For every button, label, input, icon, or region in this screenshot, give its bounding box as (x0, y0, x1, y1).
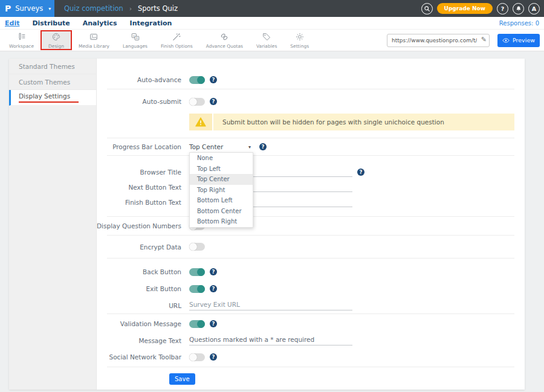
back-button-help-icon[interactable]: ? (210, 268, 217, 275)
preview-label: Preview (513, 37, 535, 43)
workspace-icon (17, 32, 27, 42)
validation-message-toggle[interactable] (189, 320, 205, 328)
finish-button-text-label: Finish Button Text (97, 199, 181, 207)
warning-triangle-icon (195, 117, 206, 127)
encrypt-data-toggle[interactable] (189, 243, 205, 251)
tab-design[interactable]: Design (40, 30, 72, 50)
survey-url-input[interactable] (387, 34, 490, 47)
design-panel: Standard Themes Custom Themes Display Se… (9, 59, 525, 390)
progress-bar-location-label: Progress Bar Location (97, 143, 181, 150)
exit-button-toggle[interactable] (189, 285, 205, 293)
tab-languages-label: Languages (123, 43, 147, 49)
exit-button-help-icon[interactable]: ? (210, 285, 217, 292)
dropdown-option-none[interactable]: None (190, 153, 253, 164)
tab-variables[interactable]: Variables (250, 30, 283, 50)
translate-icon: xA (131, 32, 140, 42)
divider (107, 89, 514, 89)
menu-integration[interactable]: Integration (130, 19, 172, 27)
magic-wand-icon (172, 32, 181, 42)
tab-advance-quotas[interactable]: Advance Quotas (199, 30, 250, 50)
validation-message-label: Validation Message (97, 320, 181, 327)
palette-icon (51, 32, 61, 42)
message-text-input[interactable] (189, 336, 352, 345)
divider (107, 367, 514, 367)
help-button[interactable]: ? (497, 3, 508, 14)
surveys-app-menu[interactable]: P Surveys ▾ (0, 0, 54, 17)
auto-advance-label: Auto-advance (97, 76, 181, 83)
dropdown-option-bottom-left[interactable]: Bottom Left (190, 195, 253, 206)
divider (107, 258, 514, 259)
validation-message-help-icon[interactable]: ? (210, 320, 217, 327)
svg-text:x: x (133, 33, 135, 37)
sidebar-item-label: Custom Themes (19, 79, 70, 86)
menu-analytics[interactable]: Analytics (83, 19, 117, 27)
sidebar-item-custom-themes[interactable]: Custom Themes (9, 74, 96, 90)
auto-advance-help-icon[interactable]: ? (210, 76, 217, 83)
warning-text: Submit button will be hidden for pages w… (213, 118, 444, 126)
menubar: Edit Distribute Analytics Integration Re… (0, 17, 544, 29)
image-icon (89, 32, 99, 42)
toolbar: Workspace Design Media Library xA Langua… (0, 29, 544, 51)
dropdown-option-top-center[interactable]: Top Center (190, 174, 253, 185)
app-menu-label: Surveys (15, 4, 43, 13)
eye-icon (502, 38, 510, 43)
tab-finish-options-label: Finish Options (161, 43, 193, 49)
sidebar-item-label: Standard Themes (19, 63, 75, 70)
chevron-down-icon: ▾ (48, 6, 51, 11)
social-network-toolbar-label: Social Network Toolbar (97, 353, 181, 361)
tab-settings[interactable]: Settings (283, 30, 316, 50)
display-question-numbers-label: Display Question Numbers (97, 222, 181, 230)
menu-distribute[interactable]: Distribute (32, 19, 70, 27)
back-button-label: Back Button (97, 268, 181, 275)
dropdown-option-bottom-center[interactable]: Bottom Center (190, 206, 253, 217)
chain-links-icon (219, 32, 229, 42)
avatar[interactable]: A (528, 3, 540, 14)
responses-count[interactable]: Responses: 0 (499, 20, 539, 27)
tab-languages[interactable]: xA Languages (116, 30, 154, 50)
exit-url-label: URL (97, 302, 181, 310)
search-icon (424, 5, 430, 12)
exit-url-input[interactable] (189, 301, 352, 310)
tab-workspace[interactable]: Workspace (2, 30, 40, 50)
tab-media-library-label: Media Library (79, 43, 109, 49)
browser-title-help-icon[interactable]: ? (357, 169, 364, 176)
design-sidebar: Standard Themes Custom Themes Display Se… (9, 59, 97, 390)
sidebar-item-display-settings[interactable]: Display Settings (9, 90, 96, 106)
auto-submit-toggle[interactable] (189, 98, 205, 106)
dropdown-option-top-right[interactable]: Top Right (190, 185, 253, 196)
sidebar-item-standard-themes[interactable]: Standard Themes (9, 59, 96, 74)
social-network-toolbar-help-icon[interactable]: ? (210, 353, 217, 361)
progress-bar-location-select[interactable]: Top Center ▾ (189, 143, 251, 150)
preview-button[interactable]: Preview (497, 34, 540, 47)
tab-settings-label: Settings (290, 43, 309, 49)
breadcrumb: Quiz competition › Sports Quiz (64, 4, 178, 13)
breadcrumb-parent[interactable]: Quiz competition (64, 4, 123, 13)
progress-bar-help-icon[interactable]: ? (259, 143, 267, 150)
encrypt-data-label: Encrypt Data (97, 243, 181, 251)
tab-design-label: Design (48, 43, 64, 49)
divider (107, 313, 514, 314)
tag-icon (262, 32, 271, 42)
warning-icon-box (189, 114, 213, 130)
browser-title-label: Browser Title (97, 169, 181, 177)
back-button-toggle[interactable] (189, 268, 205, 276)
dropdown-option-top-left[interactable]: Top Left (190, 164, 253, 175)
chevron-down-icon: ▾ (248, 144, 251, 150)
save-button[interactable]: Save (169, 373, 195, 385)
dropdown-option-bottom-right[interactable]: Bottom Right (190, 216, 253, 227)
auto-submit-help-icon[interactable]: ? (210, 98, 217, 105)
auto-advance-toggle[interactable] (189, 76, 205, 84)
message-text-label: Message Text (97, 337, 181, 345)
next-button-text-label: Next Button Text (97, 184, 181, 192)
tab-finish-options[interactable]: Finish Options (154, 30, 199, 50)
tab-workspace-label: Workspace (9, 43, 34, 49)
social-network-toolbar-toggle[interactable] (189, 353, 205, 361)
notifications-button[interactable] (513, 3, 524, 14)
search-button[interactable] (421, 3, 433, 14)
auto-submit-label: Auto-submit (97, 98, 181, 105)
tab-media-library[interactable]: Media Library (72, 30, 116, 50)
display-settings-form: Auto-advance ? Auto-submit ? Submit butt… (97, 59, 525, 390)
upgrade-now-button[interactable]: Upgrade Now (437, 3, 493, 14)
edit-url-icon[interactable]: ✎ (481, 36, 487, 43)
menu-edit[interactable]: Edit (5, 19, 19, 27)
